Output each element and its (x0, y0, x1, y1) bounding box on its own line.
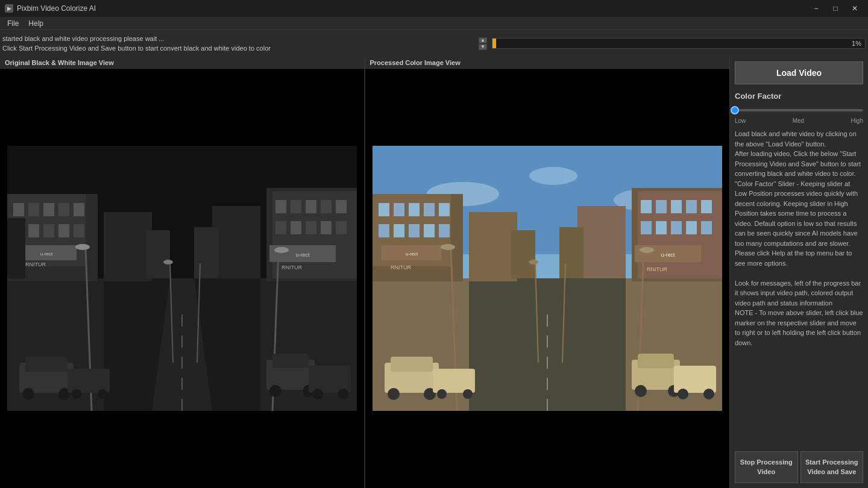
close-button[interactable]: ✕ (846, 2, 863, 14)
video-area: Original Black & White Image View Proces… (0, 57, 729, 488)
svg-rect-78 (439, 203, 450, 216)
svg-rect-38 (212, 206, 260, 278)
svg-point-119 (463, 389, 473, 399)
svg-rect-82 (424, 224, 435, 237)
maximize-button[interactable]: □ (827, 2, 844, 14)
svg-rect-12 (74, 203, 84, 216)
svg-rect-76 (409, 203, 420, 216)
status-line2: Click Start Processing Video and Save bu… (2, 43, 476, 54)
svg-point-57 (269, 385, 281, 397)
svg-rect-94 (641, 221, 652, 234)
svg-rect-102 (469, 212, 517, 281)
svg-point-126 (703, 389, 714, 399)
svg-point-54 (98, 389, 107, 399)
svg-rect-83 (439, 224, 450, 237)
svg-rect-79 (379, 224, 389, 237)
menu-file[interactable]: File (2, 18, 24, 29)
right-panel-label: Processed Color Image View (365, 57, 730, 68)
svg-text:u-rect: u-rect (295, 252, 310, 258)
minimize-button[interactable]: − (808, 2, 825, 14)
progress-down-arrow[interactable]: ▼ (479, 44, 487, 50)
slider-high-label: High (851, 117, 863, 124)
svg-point-42 (75, 244, 90, 250)
progress-label: 1% (852, 40, 861, 47)
slider-track (735, 109, 863, 111)
svg-point-60 (312, 389, 323, 399)
svg-rect-49 (25, 357, 68, 372)
svg-point-115 (388, 388, 400, 400)
slider-low-label: Low (735, 117, 746, 124)
progress-bar-fill (492, 39, 496, 48)
load-video-button[interactable]: Load Video (735, 61, 863, 84)
svg-point-46 (274, 247, 289, 253)
svg-text:u-rect: u-rect (40, 251, 53, 257)
color-factor-label: Color Factor (735, 92, 863, 101)
menubar: File Help (0, 17, 868, 30)
svg-point-111 (640, 247, 654, 253)
color-factor-section: Color Factor Low Med High (735, 92, 863, 124)
color-video-panel: u-rect RNITUR (365, 69, 729, 488)
panels-header: Original Black & White Image View Proces… (0, 57, 729, 69)
svg-rect-95 (656, 221, 667, 234)
status-bar: started black and white video processing… (0, 30, 868, 57)
svg-rect-91 (671, 200, 682, 213)
progress-bar-container: 1% (492, 38, 866, 49)
svg-rect-89 (641, 200, 652, 213)
svg-point-118 (437, 389, 447, 399)
start-btn-line2: Video and Save (807, 468, 856, 475)
bottom-buttons: Stop Processing Video Start Processing V… (735, 451, 863, 483)
svg-rect-75 (394, 203, 404, 216)
bw-video-panel: u-rect RNITUR (0, 69, 365, 488)
slider-med-label: Med (793, 117, 804, 124)
svg-rect-8 (13, 203, 24, 216)
svg-rect-21 (7, 218, 25, 278)
svg-text:RNITUR: RNITUR (647, 266, 667, 272)
bw-street-svg: u-rect RNITUR (7, 146, 357, 411)
panels-body: u-rect RNITUR (0, 69, 729, 488)
start-processing-button[interactable]: Start Processing Video and Save (800, 451, 864, 483)
progress-up-arrow[interactable]: ▲ (479, 37, 487, 43)
status-line1: started black and white video processing… (2, 34, 476, 44)
svg-text:RNITUR: RNITUR (25, 261, 46, 267)
svg-rect-11 (58, 203, 69, 216)
stop-processing-button[interactable]: Stop Processing Video (735, 451, 798, 483)
color-street-svg: u-rect RNITUR (373, 146, 722, 411)
svg-rect-39 (146, 230, 170, 278)
svg-point-107 (441, 244, 455, 250)
svg-rect-25 (291, 200, 301, 213)
titlebar: ▶ Pixbim Video Colorize AI − □ ✕ (0, 0, 868, 17)
svg-text:u-rect: u-rect (661, 252, 675, 258)
svg-rect-117 (433, 369, 475, 393)
svg-rect-27 (321, 200, 332, 213)
slider-thumb[interactable] (731, 106, 739, 114)
menu-help[interactable]: Help (24, 18, 48, 29)
svg-rect-103 (577, 206, 626, 278)
svg-rect-105 (559, 227, 583, 278)
svg-rect-77 (424, 203, 435, 216)
svg-rect-80 (394, 224, 404, 237)
main-content: Original Black & White Image View Proces… (0, 57, 868, 488)
svg-rect-26 (306, 200, 316, 213)
left-panel-label: Original Black & White Image View (0, 57, 365, 68)
svg-rect-93 (701, 200, 712, 213)
svg-rect-24 (275, 200, 286, 213)
svg-rect-32 (321, 221, 332, 234)
svg-rect-17 (74, 224, 84, 237)
svg-rect-16 (58, 224, 69, 237)
titlebar-controls: − □ ✕ (808, 2, 863, 14)
svg-point-50 (22, 388, 34, 400)
svg-point-66 (529, 167, 577, 185)
svg-text:u-rect: u-rect (406, 251, 418, 257)
svg-rect-31 (306, 221, 316, 234)
app-icon: ▶ (5, 4, 13, 13)
svg-rect-37 (104, 212, 152, 281)
svg-rect-9 (28, 203, 39, 216)
svg-rect-10 (43, 203, 54, 216)
svg-rect-15 (43, 224, 54, 237)
stop-btn-line1: Stop Processing (740, 458, 793, 466)
color-factor-slider[interactable] (735, 104, 863, 116)
svg-text:RNITUR: RNITUR (391, 264, 411, 271)
svg-rect-14 (28, 224, 39, 237)
stop-btn-line2: Video (757, 468, 775, 475)
svg-point-122 (635, 385, 647, 397)
